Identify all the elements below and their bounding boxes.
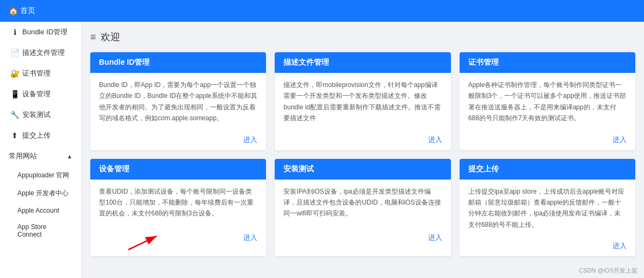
device-enter-link[interactable]: 进入 (243, 233, 257, 242)
sidebar-item-appstore-connect[interactable]: App Store Connect (9, 219, 81, 243)
page-title-icon: ≡ (90, 32, 96, 43)
submit-icon: ⬆ (10, 131, 19, 140)
bundle-id-card-footer: 进入 (90, 131, 266, 150)
cert-card-header: 证书管理 (460, 52, 635, 73)
install-card-body: 安装IPA到iOS设备，ipa必须是开发类型描述文件编译，且描述文件包含设备的U… (275, 180, 450, 228)
submit-card-footer: 进入 (460, 237, 635, 256)
appuploader-label: Appuploader 官网 (17, 171, 69, 180)
sidebar: ℹ Bundle ID管理 📄 描述文件管理 🔐 证书管理 📱 设备管理 🔧 安… (0, 22, 82, 278)
sidebar-item-cert-label: 证书管理 (22, 69, 51, 78)
install-icon: 🔧 (10, 110, 19, 119)
profile-card-footer: 进入 (275, 131, 450, 150)
install-card-header: 安装测试 (275, 159, 450, 180)
device-card: 设备管理 查看UDID，添加测试设备，每个账号限制同一设备类型100台，只能增加… (90, 159, 266, 257)
appstore-connect-label: App Store Connect (17, 223, 72, 238)
sidebar-item-install[interactable]: 🔧 安装测试 (0, 104, 81, 125)
cert-enter-link[interactable]: 进入 (612, 135, 627, 144)
submit-card-header: 提交上传 (460, 159, 635, 180)
bundle-id-card: Bundle ID管理 Bundle ID，即App ID，需要为每个app一个… (90, 52, 266, 150)
profile-enter-link[interactable]: 进入 (428, 135, 442, 144)
install-enter-link[interactable]: 进入 (428, 233, 442, 242)
sidebar-item-bundle-id-label: Bundle ID管理 (22, 27, 67, 37)
common-sites-submenu: Appuploader 官网 Apple 开发者中心 Apple Account… (0, 166, 81, 243)
sidebar-item-apple-account[interactable]: Apple Account (9, 202, 81, 219)
top-bar-title: 🏠 首页 (9, 6, 35, 16)
home-icon: 🏠 (9, 7, 18, 15)
common-sites-toggle[interactable]: 常用网站 ▲ (0, 146, 81, 166)
device-card-header: 设备管理 (90, 159, 266, 180)
submit-card: 提交上传 上传提交ipa至app store，上传成功后去apple账号对应邮箱… (460, 159, 635, 257)
card-grid-container: Bundle ID管理 Bundle ID，即App ID，需要为每个app一个… (90, 52, 635, 256)
sidebar-item-bundle-id[interactable]: ℹ Bundle ID管理 (0, 22, 81, 42)
sidebar-item-appuploader[interactable]: Appuploader 官网 (9, 166, 81, 184)
page-title-text: 欢迎 (101, 30, 120, 44)
chevron-up-icon: ▲ (67, 153, 72, 159)
cert-card-body: Apple各种证书制作管理，每个账号制作同类型证书一般限制3个，一个证书可以被多… (460, 73, 635, 131)
bundle-id-card-header: Bundle ID管理 (90, 52, 266, 73)
apple-dev-label: Apple 开发者中心 (17, 189, 69, 198)
profile-card-body: 描述文件，即mobileprovision文件，针对每个app编译需要一个开发类… (275, 73, 450, 131)
watermark: CSDN @iOS开发上架 (579, 267, 637, 275)
card-grid: Bundle ID管理 Bundle ID，即App ID，需要为每个app一个… (90, 52, 635, 256)
top-bar-home-label[interactable]: 首页 (20, 6, 35, 16)
bundle-id-icon: ℹ (10, 28, 19, 36)
sidebar-item-profile[interactable]: 📄 描述文件管理 (0, 42, 81, 63)
device-icon: 📱 (10, 90, 19, 98)
sidebar-item-apple-dev[interactable]: Apple 开发者中心 (9, 184, 81, 202)
apple-account-label: Apple Account (17, 207, 59, 214)
cert-icon: 🔐 (10, 69, 19, 78)
top-bar: 🏠 首页 (0, 0, 644, 22)
main-layout: ℹ Bundle ID管理 📄 描述文件管理 🔐 证书管理 📱 设备管理 🔧 安… (0, 22, 644, 278)
device-card-footer: 进入 (90, 228, 266, 248)
device-card-body: 查看UDID，添加测试设备，每个账号限制同一设备类型100台，只能增加，不能删除… (90, 180, 266, 228)
cert-card-footer: 进入 (460, 131, 635, 150)
sidebar-item-cert[interactable]: 🔐 证书管理 (0, 63, 81, 84)
profile-icon: 📄 (10, 48, 19, 57)
sidebar-item-profile-label: 描述文件管理 (22, 48, 65, 58)
submit-enter-link[interactable]: 进入 (612, 242, 627, 250)
sidebar-item-submit-label: 提交上传 (22, 131, 51, 140)
sidebar-item-install-label: 安装测试 (22, 110, 51, 120)
bundle-id-enter-link[interactable]: 进入 (243, 135, 257, 144)
common-sites-label: 常用网站 (9, 151, 37, 161)
bundle-id-card-body: Bundle ID，即App ID，需要为每个app一个设置一个独立的Bundl… (90, 73, 266, 131)
sidebar-item-device-label: 设备管理 (22, 89, 51, 99)
sidebar-item-device[interactable]: 📱 设备管理 (0, 84, 81, 104)
sidebar-item-submit[interactable]: ⬆ 提交上传 (0, 125, 81, 146)
content-area: ≡ 欢迎 Bundle ID管理 Bundle ID，即App ID，需要为每个… (82, 22, 644, 278)
profile-card: 描述文件管理 描述文件，即mobileprovision文件，针对每个app编译… (275, 52, 450, 150)
profile-card-header: 描述文件管理 (275, 52, 450, 73)
submit-card-body: 上传提交ipa至app store，上传成功后去apple账号对应邮箱（留意垃圾… (460, 180, 635, 237)
cert-card: 证书管理 Apple各种证书制作管理，每个账号制作同类型证书一般限制3个，一个证… (460, 52, 635, 150)
install-card: 安装测试 安装IPA到iOS设备，ipa必须是开发类型描述文件编译，且描述文件包… (275, 159, 450, 257)
install-card-footer: 进入 (275, 228, 450, 248)
page-title: ≡ 欢迎 (90, 30, 635, 44)
